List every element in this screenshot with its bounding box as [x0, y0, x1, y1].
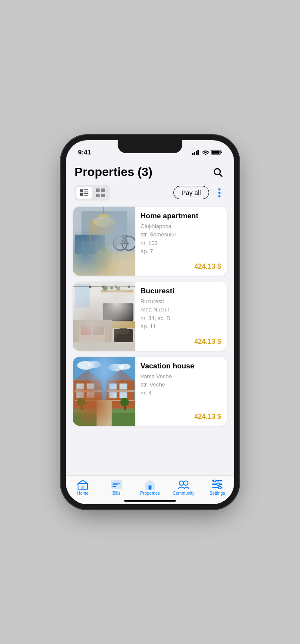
- svg-point-29: [101, 246, 106, 251]
- svg-point-66: [128, 286, 130, 288]
- svg-point-41: [93, 217, 115, 227]
- svg-rect-56: [73, 320, 79, 342]
- svg-rect-15: [101, 188, 105, 192]
- property-card[interactable]: Bucuresti BucurestiAlea Nuculinr. 34, sc…: [73, 282, 227, 351]
- nav-item-properties[interactable]: Properties: [133, 479, 167, 496]
- svg-rect-8: [80, 189, 83, 192]
- list-icon: [80, 189, 88, 196]
- property-card[interactable]: Vacation house Vama Vechestr. Vechenr. 4…: [73, 357, 227, 426]
- svg-point-94: [120, 398, 129, 406]
- svg-rect-103: [149, 486, 151, 490]
- community-nav-label: Community: [173, 491, 195, 496]
- svg-rect-0: [192, 153, 194, 155]
- property-address: Vama Vechestr. Vechenr. 4: [141, 372, 221, 398]
- property-price: 424.13 $: [141, 413, 221, 421]
- page-title: Properties (3): [75, 165, 153, 179]
- battery-icon: [211, 150, 222, 155]
- svg-rect-58: [81, 326, 91, 335]
- svg-rect-78: [76, 383, 84, 390]
- property-card[interactable]: Home apartment Cluj-Napocastr. Somesului…: [73, 207, 227, 276]
- svg-point-109: [213, 480, 216, 482]
- svg-rect-42: [73, 323, 135, 351]
- property-info: Home apartment Cluj-Napocastr. Somesului…: [135, 207, 227, 276]
- property-image-house: [73, 357, 135, 426]
- svg-rect-26: [75, 235, 81, 254]
- nav-item-bills[interactable]: Bills: [100, 479, 133, 496]
- phone-frame: 9:41 Proper: [66, 140, 234, 504]
- svg-marker-77: [106, 370, 134, 380]
- svg-rect-96: [81, 486, 84, 490]
- svg-rect-14: [96, 188, 100, 192]
- home-indicator: [124, 500, 176, 502]
- svg-rect-3: [197, 150, 199, 155]
- svg-rect-36: [90, 220, 116, 235]
- svg-point-28: [96, 249, 112, 258]
- more-options-button[interactable]: [213, 187, 225, 199]
- svg-point-18: [219, 188, 221, 190]
- property-name: Home apartment: [141, 212, 221, 220]
- bills-nav-label: Bills: [112, 491, 120, 496]
- svg-rect-91: [81, 403, 83, 410]
- search-icon: [212, 167, 223, 177]
- svg-rect-9: [84, 189, 88, 190]
- svg-rect-89: [107, 400, 134, 401]
- svg-point-30: [113, 236, 127, 250]
- svg-point-104: [179, 481, 184, 485]
- view-toggle-group: [75, 185, 110, 201]
- screen: Properties (3): [66, 159, 234, 504]
- settings-nav-icon: [211, 479, 223, 490]
- svg-rect-17: [101, 194, 105, 197]
- svg-rect-5: [212, 151, 220, 154]
- svg-rect-53: [99, 321, 135, 328]
- svg-rect-51: [103, 303, 133, 321]
- svg-rect-73: [73, 404, 135, 413]
- svg-rect-80: [76, 392, 84, 398]
- svg-point-48: [103, 286, 108, 291]
- svg-point-61: [117, 328, 130, 335]
- property-image-apt2: [73, 282, 135, 351]
- svg-rect-47: [101, 290, 133, 292]
- property-name: Vacation house: [141, 362, 221, 371]
- header: Properties (3): [66, 159, 234, 183]
- dots-icon: [218, 188, 221, 198]
- svg-rect-100: [112, 486, 116, 487]
- nav-item-settings[interactable]: Settings: [200, 479, 234, 496]
- svg-rect-87: [119, 392, 127, 398]
- svg-rect-1: [194, 152, 195, 155]
- svg-point-20: [219, 195, 221, 197]
- svg-rect-10: [84, 192, 88, 192]
- apt1-illustration: [73, 207, 135, 276]
- svg-rect-67: [73, 357, 135, 400]
- wifi-icon: [202, 150, 209, 155]
- property-address: BucurestiAlea Nuculinr. 34, sc. Bap. 11: [141, 297, 221, 331]
- svg-rect-11: [80, 193, 83, 196]
- svg-point-70: [108, 364, 124, 371]
- svg-rect-84: [109, 383, 117, 390]
- pay-all-button[interactable]: Pay all: [173, 186, 209, 199]
- svg-point-49: [110, 286, 113, 289]
- svg-rect-59: [93, 326, 104, 335]
- svg-rect-21: [73, 250, 135, 276]
- home-nav-label: Home: [77, 491, 89, 496]
- svg-line-34: [125, 236, 127, 243]
- properties-list: Home apartment Cluj-Napocastr. Somesului…: [66, 205, 234, 475]
- nav-item-community[interactable]: Community: [167, 479, 200, 496]
- svg-rect-74: [74, 380, 102, 408]
- property-price: 424.13 $: [141, 263, 221, 270]
- notch: [118, 140, 182, 153]
- home-nav-icon: [77, 479, 89, 490]
- property-name: Bucuresti: [141, 287, 221, 295]
- list-view-toggle[interactable]: [76, 187, 92, 199]
- bills-nav-icon: [110, 479, 122, 490]
- svg-point-92: [77, 398, 86, 406]
- svg-rect-12: [84, 193, 88, 194]
- svg-rect-52: [104, 305, 132, 320]
- toolbar-right: Pay all: [173, 186, 225, 199]
- nav-item-home[interactable]: Home: [66, 479, 100, 496]
- property-info: Vacation house Vama Vechestr. Vechenr. 4…: [135, 357, 227, 426]
- grid-view-toggle[interactable]: [93, 187, 108, 199]
- search-button[interactable]: [210, 164, 225, 180]
- svg-rect-57: [105, 320, 112, 342]
- svg-point-105: [184, 481, 188, 485]
- svg-point-68: [77, 361, 94, 370]
